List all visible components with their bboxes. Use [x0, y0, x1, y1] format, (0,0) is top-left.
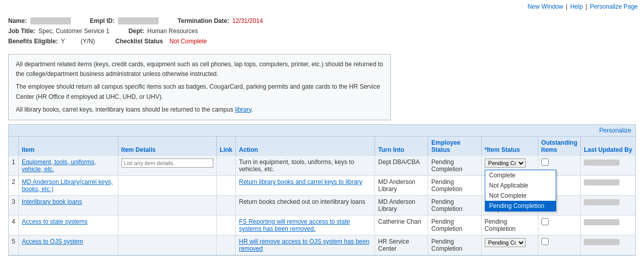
row-3-details: [118, 195, 216, 215]
row-5-num: 5: [9, 235, 18, 255]
empl-id-value: [118, 17, 159, 24]
row-3-last-updated: [581, 195, 635, 215]
header-section: Name: Empl ID: Termination Date: 12/31/2…: [0, 13, 644, 50]
row-1-item-status[interactable]: Pending Co Complete Not Applicable Not C…: [481, 156, 538, 176]
row-5-last-updated: [581, 235, 635, 255]
name-value: [30, 17, 71, 24]
dropdown-1-option-not-applicable[interactable]: Not Applicable: [485, 180, 556, 191]
row-5-details: [118, 235, 216, 255]
table-row: 5 Access to OJS system HR will remove ac…: [9, 235, 635, 255]
termination-date-label: Termination Date:: [178, 17, 229, 24]
job-title-value: Spec, Customer Service 1: [38, 28, 109, 35]
job-title-label: Job Title:: [8, 28, 35, 35]
row-3-item: Interlibrary book loans: [18, 195, 118, 215]
new-window-link[interactable]: New Window: [528, 3, 563, 10]
row-4-last-updated: [581, 215, 635, 235]
outstanding-checkbox-1[interactable]: [541, 158, 549, 166]
row-4-turn-into: Catherine Chan: [375, 215, 428, 235]
row-1-action: Turn in equipment, tools, uniforms, keys…: [236, 156, 375, 176]
benefits-eligible-label: Benefits Eligible:: [8, 38, 58, 45]
row-2-link: [216, 175, 236, 195]
table-section: Personalize Item Item Details Link Actio…: [8, 124, 636, 256]
row-1-turn-into: Dept DBA/CBA: [375, 156, 428, 176]
row-5-action: HR will remove access to OJS system has …: [236, 235, 375, 255]
outstanding-checkbox-4[interactable]: [541, 218, 549, 225]
row-2-action: Return library books and carrel keys to …: [236, 175, 375, 195]
checklist-table: Item Item Details Link Action Turn Into …: [9, 137, 635, 255]
top-bar: New Window | Help | Personalize Page: [0, 0, 644, 13]
row-5-outstanding[interactable]: [538, 235, 581, 255]
row-1-details[interactable]: [118, 156, 216, 176]
col-item-status: *Item Status: [481, 137, 538, 156]
row-2-last-updated: [581, 175, 635, 195]
row-3-link: [216, 195, 236, 215]
col-action: Action: [236, 137, 375, 156]
table-personalize-bar: Personalize: [9, 125, 635, 137]
row-2-num: 2: [9, 175, 18, 195]
row-1-emp-status: Pending Completion: [428, 156, 481, 176]
col-last-updated: Last Updated By: [581, 137, 635, 156]
row-4-link: [216, 215, 236, 235]
info-box: All department related items (keys, cred…: [8, 54, 391, 120]
row-4-details: [118, 215, 216, 235]
info-para2: The employee should return all campus sp…: [16, 82, 383, 101]
row-1-link: [216, 156, 236, 176]
row-1-item: Equipment, tools, uniforms, vehicle, etc…: [18, 156, 118, 176]
row-1-num: 1: [9, 156, 18, 176]
info-para3: All library books, carrel keys, interlib…: [16, 105, 383, 115]
termination-date-value: 12/31/2014: [232, 17, 263, 24]
row-4-action: FS Reporting will remove access to state…: [236, 215, 375, 235]
row-3-num: 3: [9, 195, 18, 215]
dept-label: Dept:: [129, 28, 144, 35]
col-item: Item: [18, 137, 118, 156]
checklist-status-value: Not Complete: [169, 38, 207, 45]
row-5-link: [216, 235, 236, 255]
personalize-page-link[interactable]: Personalize Page: [590, 3, 638, 10]
row-2-emp-status: Pending Completion: [428, 175, 481, 195]
row-2-item: MD Anderson Library(carrel keys, books, …: [18, 175, 118, 195]
outstanding-checkbox-5[interactable]: [541, 238, 549, 245]
col-link: Link: [216, 137, 236, 156]
row-3-turn-into: MD Anderson Library: [375, 195, 428, 215]
benefits-eligible-value: Y: [61, 38, 65, 45]
dropdown-1-option-not-complete[interactable]: Not Complete: [485, 191, 556, 201]
library-link[interactable]: library: [235, 106, 252, 113]
row-5-emp-status: Pending Completion: [428, 235, 481, 255]
table-row: 1 Equipment, tools, uniforms, vehicle, e…: [9, 156, 635, 176]
row-1-last-updated: [581, 156, 635, 176]
col-employee-status: EmployeeStatus: [428, 137, 481, 156]
empl-id-label: Empl ID:: [90, 17, 115, 24]
table-header-row: Item Item Details Link Action Turn Into …: [9, 137, 635, 156]
col-item-details: Item Details: [118, 137, 216, 156]
table-row: 4 Access to state systems FS Reporting w…: [9, 215, 635, 235]
row-2-details: [118, 175, 216, 195]
item-details-input-1[interactable]: [121, 158, 213, 168]
col-num: [9, 137, 18, 156]
row-5-item-status[interactable]: Pending Co: [481, 235, 538, 255]
col-outstanding: OutstandingItems: [538, 137, 581, 156]
info-para1: All department related items (keys, cred…: [16, 60, 383, 79]
col-turn-into: Turn Into: [375, 137, 428, 156]
name-label: Name:: [8, 17, 27, 24]
item-status-select-5[interactable]: Pending Co: [485, 238, 526, 247]
dropdown-1-option-pending[interactable]: Pending Completion: [485, 201, 556, 211]
benefits-yn: (Y/N): [81, 38, 95, 45]
dropdown-1-option-complete[interactable]: Complete: [485, 170, 556, 180]
row-4-item: Access to state systems: [18, 215, 118, 235]
row-4-num: 4: [9, 215, 18, 235]
row-3-action: Return books checked out on interlibrary…: [236, 195, 375, 215]
row-2-turn-into: MD Anderson Library: [375, 175, 428, 195]
dept-value: Human Resources: [147, 28, 198, 35]
dropdown-1-container[interactable]: Pending Co Complete Not Applicable Not C…: [485, 158, 535, 168]
row-5-item: Access to OJS system: [18, 235, 118, 255]
row-5-turn-into: HR Service Center: [375, 235, 428, 255]
row-3-emp-status: Pending Completion: [428, 195, 481, 215]
row-4-outstanding[interactable]: [538, 215, 581, 235]
dropdown-1-popup[interactable]: Complete Not Applicable Not Complete Pen…: [485, 170, 556, 211]
row-4-emp-status: Pending Completion: [428, 215, 481, 235]
item-status-select-1[interactable]: Pending Co: [485, 158, 526, 168]
help-link[interactable]: Help: [570, 3, 583, 10]
personalize-table-link[interactable]: Personalize: [599, 127, 631, 134]
row-4-item-status: Pending Completion: [481, 215, 538, 235]
checklist-status-label: Checklist Status: [115, 38, 163, 45]
